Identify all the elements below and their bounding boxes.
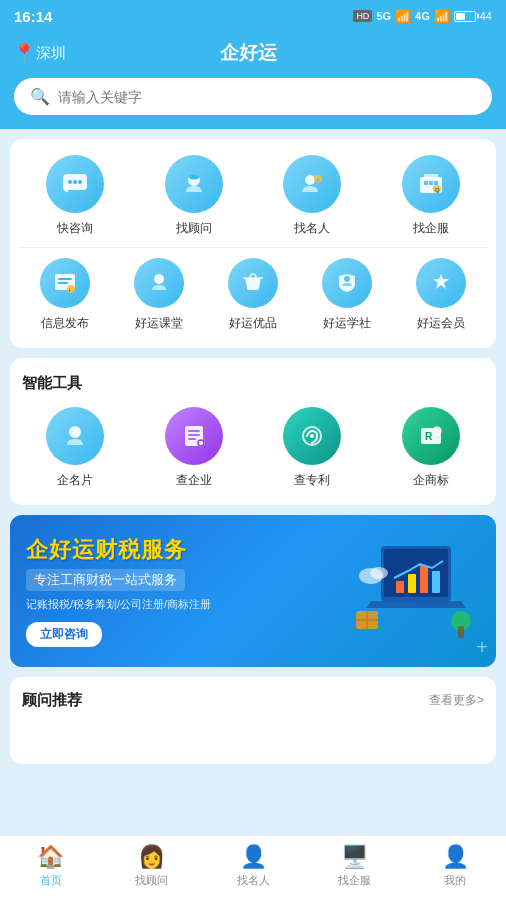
svg-rect-16 (58, 278, 72, 280)
community-label: 好运学社 (323, 315, 371, 332)
advisor-title: 顾问推荐 (22, 691, 82, 710)
find-enterprise-icon: Q (402, 155, 460, 213)
bottom-nav: 🏠 首页 👩 找顾问 👤 找名人 🖥️ 找企服 👤 我的 (0, 835, 506, 898)
signal-icon-2: 📶 (434, 9, 450, 24)
status-bar: 16:14 HD 5G 📶 4G 📶 44 (0, 0, 506, 32)
advisor-header: 顾问推荐 查看更多> (22, 691, 484, 710)
svg-rect-10 (424, 181, 428, 185)
nav-item-find-celebrity[interactable]: 👤 找名人 (202, 844, 303, 888)
check-trademark-icon: R ™ (402, 407, 460, 465)
nav-item-find-advisor[interactable]: 👩 找顾问 (101, 844, 202, 888)
quick-consult-item[interactable]: 快咨询 (18, 155, 133, 237)
nav-item-home[interactable]: 🏠 首页 (0, 844, 101, 888)
check-company-label: 查企业 (176, 472, 212, 489)
plus-deco: + (476, 636, 488, 659)
svg-rect-39 (408, 574, 416, 593)
hd-badge: HD (353, 10, 372, 22)
search-input[interactable] (58, 89, 476, 105)
svg-rect-26 (188, 438, 196, 440)
biz-card-label: 企名片 (57, 472, 93, 489)
location-area[interactable]: 📍 深圳 (16, 43, 66, 63)
bottom-spacer (10, 774, 496, 844)
battery-fill (456, 13, 465, 20)
nav-item-my[interactable]: 👤 我的 (405, 844, 506, 888)
svg-text:R: R (425, 431, 433, 442)
5g-indicator: 5G (376, 10, 391, 22)
find-advisor-icon (165, 155, 223, 213)
svg-rect-41 (432, 571, 440, 593)
location-name: 深圳 (36, 44, 66, 63)
find-celebrity-item[interactable]: A 找名人 (255, 155, 370, 237)
find-celebrity-nav-icon: 👤 (240, 844, 267, 870)
svg-rect-38 (396, 581, 404, 593)
community-item[interactable]: 好运学社 (300, 258, 394, 332)
svg-line-29 (203, 446, 206, 449)
products-icon (228, 258, 278, 308)
info-publish-label: 信息发布 (41, 315, 89, 332)
my-nav-icon: 👤 (442, 844, 469, 870)
4g-indicator: 4G (415, 10, 430, 22)
status-time: 16:14 (14, 8, 52, 25)
svg-point-22 (69, 426, 81, 438)
app-header: 📍 深圳 企好运 (0, 32, 506, 78)
banner-laptop-svg (351, 536, 481, 646)
products-item[interactable]: 好运优品 (206, 258, 300, 332)
find-enterprise-label: 找企服 (413, 220, 449, 237)
check-patent-icon (283, 407, 341, 465)
signal-icon: 📶 (395, 9, 411, 24)
find-advisor-nav-icon: 👩 (138, 844, 165, 870)
course-item[interactable]: 好运课堂 (112, 258, 206, 332)
member-item[interactable]: 好运会员 (394, 258, 488, 332)
banner-content: 企好运财税服务 专注工商财税一站式服务 记账报税/税务筹划/公司注册/商标注册 … (26, 535, 307, 647)
products-label: 好运优品 (229, 315, 277, 332)
check-company-item[interactable]: 查企业 (137, 407, 252, 489)
find-celebrity-label: 找名人 (294, 220, 330, 237)
check-company-icon (165, 407, 223, 465)
status-icons: HD 5G 📶 4G 📶 44 (353, 9, 492, 24)
tools-grid: 企名片 查企业 (18, 407, 488, 489)
banner-main-title: 企好运财税服务 (26, 535, 307, 565)
find-enterprise-nav-icon: 🖥️ (341, 844, 368, 870)
app-title: 企好运 (66, 40, 430, 66)
location-pin-icon: 📍 (16, 43, 32, 63)
quick-consult-icon (46, 155, 104, 213)
svg-point-1 (68, 180, 72, 184)
check-trademark-item[interactable]: R ™ 企商标 (374, 407, 489, 489)
biz-card-item[interactable]: 企名片 (18, 407, 133, 489)
svg-point-2 (73, 180, 77, 184)
quick-menu-top-row: 快咨询 找顾问 A (18, 155, 488, 237)
find-advisor-label: 找顾问 (176, 220, 212, 237)
svg-point-31 (310, 434, 314, 438)
advisor-more-link[interactable]: 查看更多> (429, 692, 484, 709)
course-icon (134, 258, 184, 308)
svg-point-20 (154, 274, 164, 284)
svg-point-21 (344, 276, 350, 282)
quick-menu-section: 快咨询 找顾问 A (10, 139, 496, 348)
smart-tools-title: 智能工具 (18, 374, 488, 393)
banner-consult-btn[interactable]: 立即咨询 (26, 622, 102, 647)
banner-subtitle: 专注工商财税一站式服务 (26, 569, 185, 591)
svg-text:™: ™ (435, 429, 440, 435)
search-bar[interactable]: 🔍 (14, 78, 492, 115)
nav-item-find-enterprise[interactable]: 🖥️ 找企服 (304, 844, 405, 888)
community-icon (322, 258, 372, 308)
svg-rect-24 (188, 430, 200, 432)
find-enterprise-item[interactable]: Q 找企服 (374, 155, 489, 237)
my-nav-label: 我的 (444, 873, 466, 888)
menu-divider (18, 247, 488, 248)
search-icon: 🔍 (30, 87, 50, 106)
smart-tools-section: 智能工具 企名片 (10, 358, 496, 505)
svg-text:A: A (316, 177, 320, 183)
svg-rect-9 (424, 174, 438, 179)
find-advisor-item[interactable]: 找顾问 (137, 155, 252, 237)
check-trademark-label: 企商标 (413, 472, 449, 489)
svg-point-5 (305, 175, 315, 185)
svg-rect-11 (429, 181, 433, 185)
quick-consult-label: 快咨询 (57, 220, 93, 237)
banner-section[interactable]: 企好运财税服务 专注工商财税一站式服务 记账报税/税务筹划/公司注册/商标注册 … (10, 515, 496, 667)
advisor-section: 顾问推荐 查看更多> (10, 677, 496, 764)
svg-rect-25 (188, 434, 200, 436)
check-patent-item[interactable]: 查专利 (255, 407, 370, 489)
info-publish-item[interactable]: i 信息发布 (18, 258, 112, 332)
biz-card-icon (46, 407, 104, 465)
